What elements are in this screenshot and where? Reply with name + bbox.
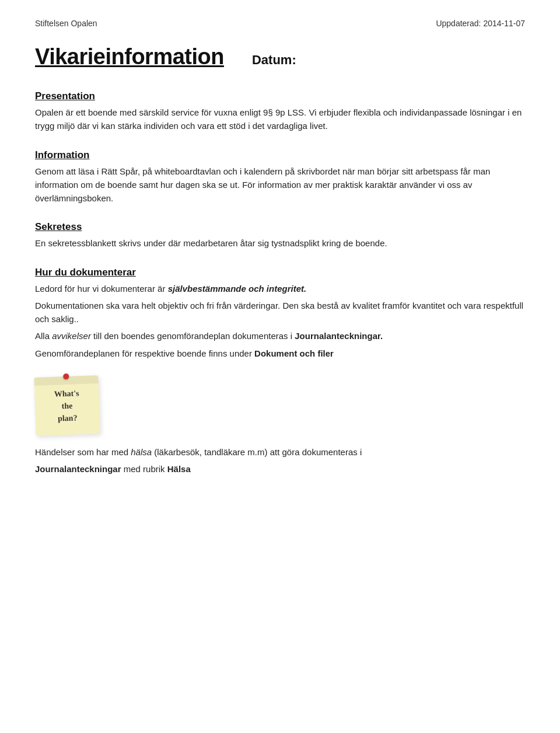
updated-date: Uppdaterad: 2014-11-07 <box>436 19 525 28</box>
sekretess-text: En sekretessblankett skrivs under där me… <box>35 236 525 250</box>
information-body: Genom att läsa i Rätt Spår, på whiteboar… <box>35 165 525 205</box>
dokumentera-pre: Ledord för hur vi dokumenterar är <box>35 284 168 294</box>
information-section: Information Genom att läsa i Rätt Spår, … <box>35 149 525 205</box>
avvikelser-italic: avvikelser <box>52 331 91 341</box>
dokumentera-text4: Genomförandeplanen för respektive boende… <box>35 347 525 360</box>
genomforandeplan-pre: Genomförandeplanen för respektive boende… <box>35 348 254 358</box>
sticky-note: What's the plan? <box>34 375 100 436</box>
handelser-section: Händelser som har med hälsa (läkarbesök,… <box>35 445 525 476</box>
information-title: Information <box>35 149 525 161</box>
dokumentera-title: Hur du dokumenterar <box>35 267 525 278</box>
journalanteckningar2-bold: Journalanteckningar <box>35 464 121 474</box>
handelser-pre: Händelser som har med <box>35 447 131 457</box>
avvikelser-mid: till den boendes genomförandeplan dokume… <box>91 331 295 341</box>
sticky-line2: the <box>61 399 72 412</box>
presentation-body: Opalen är ett boende med särskild servic… <box>35 106 525 133</box>
dokumentera-section: Hur du dokumenterar Ledord för hur vi do… <box>35 267 525 360</box>
dokument-och-filer-bold: Dokument och filer <box>254 348 334 358</box>
information-text: Genom att läsa i Rätt Spår, på whiteboar… <box>35 165 525 205</box>
page-title: Vikarieinformation <box>35 44 224 69</box>
dokumentera-text1: Ledord för hur vi dokumenterar är självb… <box>35 282 525 295</box>
dokumentera-text3: Alla avvikelser till den boendes genomfö… <box>35 329 525 343</box>
handelser-text2: Journalanteckningar med rubrik Hälsa <box>35 462 525 476</box>
sticky-pin <box>63 374 69 379</box>
avvikelser-pre: Alla <box>35 331 52 341</box>
dokumentera-bold-italic: självbestämmande och integritet. <box>168 284 307 294</box>
document-header: Stiftelsen Opalen Uppdaterad: 2014-11-07 <box>35 19 525 28</box>
organization-name: Stiftelsen Opalen <box>35 19 97 28</box>
sticky-line1: What's <box>54 387 80 400</box>
dokumentera-text2: Dokumentationen ska vara helt objektiv o… <box>35 299 525 326</box>
sekretess-body: En sekretessblankett skrivs under där me… <box>35 236 525 250</box>
sekretess-title: Sekretess <box>35 221 525 233</box>
halsa-italic: hälsa <box>131 447 152 457</box>
journalanteckningar-bold: Journalanteckningar. <box>295 331 383 341</box>
handelser-mid: (läkarbesök, tandläkare m.m) att göra do… <box>152 447 362 457</box>
handelser-end: med rubrik <box>121 464 167 474</box>
dokumentera-body: Ledord för hur vi dokumenterar är självb… <box>35 282 525 360</box>
presentation-title: Presentation <box>35 90 525 102</box>
presentation-section: Presentation Opalen är ett boende med sä… <box>35 90 525 133</box>
halsa-rubrik-bold: Hälsa <box>167 464 191 474</box>
title-row: Vikarieinformation Datum: <box>35 44 525 69</box>
sticky-line3: plan? <box>58 411 78 424</box>
handelser-body: Händelser som har med hälsa (läkarbesök,… <box>35 445 525 476</box>
sticky-note-row: What's the plan? <box>35 376 525 435</box>
handelser-text: Händelser som har med hälsa (läkarbesök,… <box>35 445 525 459</box>
datum-label: Datum: <box>252 53 296 68</box>
presentation-text: Opalen är ett boende med särskild servic… <box>35 106 525 133</box>
sekretess-section: Sekretess En sekretessblankett skrivs un… <box>35 221 525 250</box>
